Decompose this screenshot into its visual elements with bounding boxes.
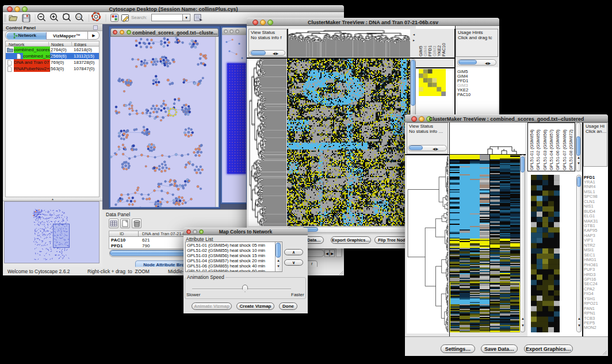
svg-text:1:1: 1:1 (77, 16, 81, 18)
svg-text:Search:: Search: (131, 15, 147, 20)
